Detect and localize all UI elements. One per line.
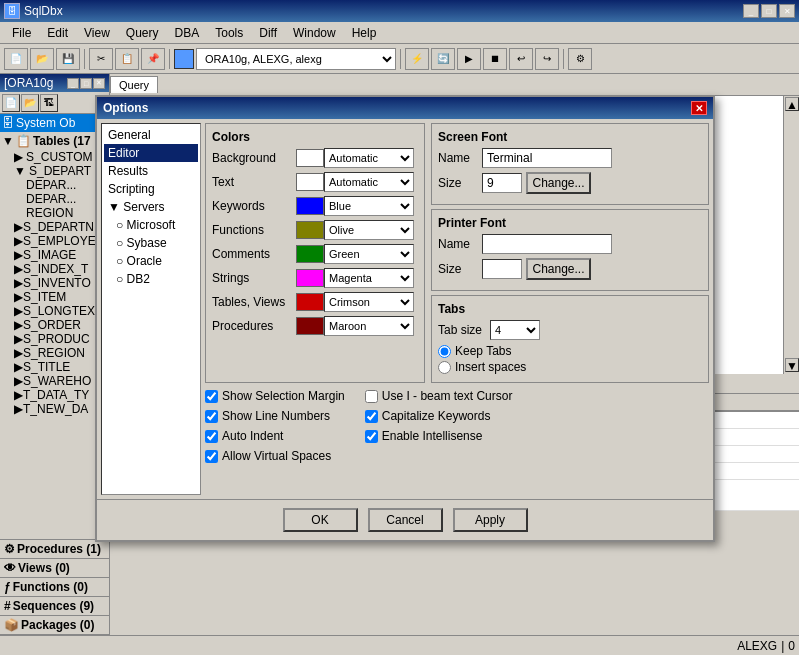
printer-change-btn[interactable]: Change... (526, 258, 591, 280)
cb-show-selection: Show Selection Margin (205, 389, 345, 403)
background-swatch (296, 149, 324, 167)
cb-ibeam-cursor: Use I - beam text Cursor (365, 389, 513, 403)
keywords-color-select[interactable]: Blue (324, 196, 414, 216)
cb-capitalize-keywords: Capitalize Keywords (365, 409, 513, 423)
nav-servers[interactable]: ▼ Servers (104, 198, 198, 216)
nav-oracle[interactable]: ○ Oracle (104, 252, 198, 270)
right-column: Screen Font Name Size Change... (431, 123, 709, 383)
tabs-section: Tabs Tab size 4 2 8 (431, 295, 709, 383)
right-checkboxes: Use I - beam text Cursor Capitalize Keyw… (365, 387, 513, 465)
nav-microsoft[interactable]: ○ Microsoft (104, 216, 198, 234)
cb-auto-indent: Auto Indent (205, 429, 345, 443)
tab-size-row: Tab size 4 2 8 (438, 320, 702, 340)
options-dialog: Options ✕ General Editor Results Scripti… (95, 95, 715, 542)
strings-color-select[interactable]: Magenta (324, 268, 414, 288)
show-selection-label: Show Selection Margin (222, 389, 345, 403)
procedures-color-select[interactable]: Maroon (324, 316, 414, 336)
functions-swatch (296, 221, 324, 239)
screen-size-input[interactable] (482, 173, 522, 193)
screen-size-label: Size (438, 176, 478, 190)
functions-color-label: Functions (212, 223, 292, 237)
comments-swatch (296, 245, 324, 263)
tab-size-label: Tab size (438, 323, 482, 337)
insert-spaces-radio[interactable] (438, 361, 451, 374)
text-label: Text (212, 175, 292, 189)
color-row-procedures: Procedures Maroon (212, 316, 418, 336)
ibeam-cursor-label: Use I - beam text Cursor (382, 389, 513, 403)
background-label: Background (212, 151, 292, 165)
screen-change-btn[interactable]: Change... (526, 172, 591, 194)
left-checkboxes: Show Selection Margin Show Line Numbers … (205, 387, 345, 465)
dialog-title-text: Options (103, 101, 148, 115)
cb-allow-virtual: Allow Virtual Spaces (205, 449, 345, 463)
keywords-swatch (296, 197, 324, 215)
allow-virtual-checkbox[interactable] (205, 450, 218, 463)
colors-section: Colors Background Automatic (205, 123, 425, 383)
options-nav-tree: General Editor Results Scripting ▼ Serve… (101, 123, 201, 495)
tabs-title: Tabs (438, 302, 702, 316)
strings-swatch (296, 269, 324, 287)
show-line-numbers-label: Show Line Numbers (222, 409, 330, 423)
apply-button[interactable]: Apply (453, 508, 528, 532)
screen-font-title: Screen Font (438, 130, 702, 144)
dialog-close-button[interactable]: ✕ (691, 101, 707, 115)
text-color-select[interactable]: Automatic (324, 172, 414, 192)
screen-font-size-row: Size Change... (438, 172, 702, 194)
comments-color-select[interactable]: Green (324, 244, 414, 264)
tables-views-label: Tables, Views (212, 295, 292, 309)
screen-name-label: Name (438, 151, 478, 165)
cb-enable-intellisense: Enable Intellisense (365, 429, 513, 443)
nav-sybase[interactable]: ○ Sybase (104, 234, 198, 252)
ok-button[interactable]: OK (283, 508, 358, 532)
dialog-right-panel: Colors Background Automatic (205, 123, 709, 495)
allow-virtual-label: Allow Virtual Spaces (222, 449, 331, 463)
dialog-body: General Editor Results Scripting ▼ Serve… (97, 119, 713, 499)
procedures-swatch (296, 317, 324, 335)
insert-spaces-label: Insert spaces (455, 360, 526, 374)
color-row-text: Text Automatic (212, 172, 418, 192)
enable-intellisense-checkbox[interactable] (365, 430, 378, 443)
checkboxes-area: Show Selection Margin Show Line Numbers … (205, 387, 709, 465)
color-row-strings: Strings Magenta (212, 268, 418, 288)
enable-intellisense-label: Enable Intellisense (382, 429, 483, 443)
functions-color-select[interactable]: Olive (324, 220, 414, 240)
top-panels: Colors Background Automatic (205, 123, 709, 383)
nav-editor[interactable]: Editor (104, 144, 198, 162)
show-line-numbers-checkbox[interactable] (205, 410, 218, 423)
printer-size-label: Size (438, 262, 478, 276)
text-swatch (296, 173, 324, 191)
comments-label: Comments (212, 247, 292, 261)
tab-size-select[interactable]: 4 2 8 (490, 320, 540, 340)
capitalize-keywords-checkbox[interactable] (365, 410, 378, 423)
nav-db2[interactable]: ○ DB2 (104, 270, 198, 288)
screen-font-section: Screen Font Name Size Change... (431, 123, 709, 205)
show-selection-checkbox[interactable] (205, 390, 218, 403)
auto-indent-checkbox[interactable] (205, 430, 218, 443)
keep-tabs-radio[interactable] (438, 345, 451, 358)
printer-font-size-row: Size Change... (438, 258, 702, 280)
printer-font-title: Printer Font (438, 216, 702, 230)
cancel-button[interactable]: Cancel (368, 508, 443, 532)
strings-label: Strings (212, 271, 292, 285)
keep-tabs-row: Keep Tabs (438, 344, 702, 358)
screen-font-name-row: Name (438, 148, 702, 168)
color-row-functions: Functions Olive (212, 220, 418, 240)
color-row-tables: Tables, Views Crimson (212, 292, 418, 312)
printer-font-name-row: Name (438, 234, 702, 254)
nav-results[interactable]: Results (104, 162, 198, 180)
nav-general[interactable]: General (104, 126, 198, 144)
keep-tabs-label: Keep Tabs (455, 344, 512, 358)
color-row-background: Background Automatic (212, 148, 418, 168)
ibeam-cursor-checkbox[interactable] (365, 390, 378, 403)
nav-scripting[interactable]: Scripting (104, 180, 198, 198)
background-color-select[interactable]: Automatic (324, 148, 414, 168)
cb-show-line-numbers: Show Line Numbers (205, 409, 345, 423)
auto-indent-label: Auto Indent (222, 429, 283, 443)
printer-name-input[interactable] (482, 234, 612, 254)
screen-name-input[interactable] (482, 148, 612, 168)
printer-size-input[interactable] (482, 259, 522, 279)
tables-color-select[interactable]: Crimson (324, 292, 414, 312)
printer-name-label: Name (438, 237, 478, 251)
procedures-color-label: Procedures (212, 319, 292, 333)
dialog-buttons-row: OK Cancel Apply (97, 499, 713, 540)
